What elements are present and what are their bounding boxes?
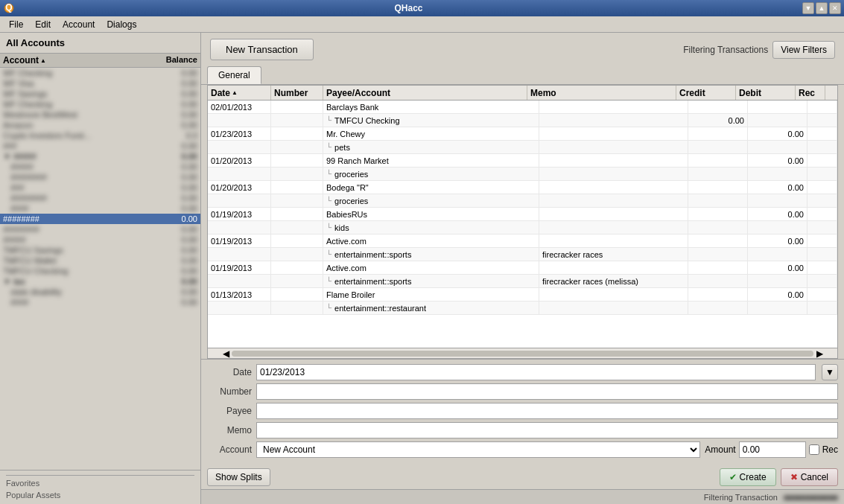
close-button[interactable]: ✕ bbox=[829, 2, 841, 14]
date-sort-icon[interactable]: ▲ bbox=[232, 89, 238, 96]
number-input[interactable] bbox=[256, 383, 838, 400]
create-button[interactable]: ✔ Create bbox=[720, 468, 776, 486]
account-balance: 0.00 bbox=[145, 194, 197, 202]
scrollbar-track[interactable] bbox=[232, 351, 813, 357]
account-row[interactable]: #### 0.00 bbox=[0, 203, 200, 214]
split-td-memo: firecracker races (melissa) bbox=[539, 275, 688, 287]
split-row[interactable]: └entertainment::sports firecracker races bbox=[208, 248, 837, 261]
cancel-button[interactable]: ✖ Cancel bbox=[781, 468, 838, 486]
accounts-scroll[interactable]: WF Checking 0.00 WF Visa 0.00 WF Savings… bbox=[0, 68, 200, 467]
split-td-date bbox=[208, 248, 271, 261]
split-row[interactable]: └groceries bbox=[208, 194, 837, 208]
account-row[interactable]: ▼ ##### 0.00 bbox=[0, 151, 200, 162]
account-balance: 0.00 bbox=[145, 162, 197, 171]
account-row[interactable]: ### 0.00 bbox=[0, 141, 200, 151]
date-input[interactable] bbox=[256, 364, 816, 380]
account-row[interactable]: WF Checking 0.00 bbox=[0, 68, 200, 78]
memo-input[interactable] bbox=[256, 422, 838, 438]
menu-file[interactable]: File bbox=[3, 18, 29, 31]
status-bar: Filtering Transaction ■■■■■■■■■■■ bbox=[201, 489, 844, 504]
td-date: 01/13/2013 bbox=[208, 288, 271, 301]
table-row[interactable]: 01/19/2013 Active.com 0.00 bbox=[208, 261, 837, 275]
menu-account[interactable]: Account bbox=[57, 18, 101, 31]
split-td-date bbox=[208, 275, 271, 287]
scroll-right-btn[interactable]: ▶ bbox=[813, 348, 825, 359]
table-row[interactable]: 02/01/2013 Barclays Bank bbox=[208, 101, 837, 114]
table-row[interactable]: 01/23/2013 Mr. Chewy 0.00 bbox=[208, 127, 837, 141]
rec-checkbox[interactable] bbox=[809, 444, 819, 455]
split-td-credit bbox=[688, 302, 748, 314]
account-row[interactable]: WF Checking 0.00 bbox=[0, 99, 200, 109]
accounts-table: Account ▲ Balance WF Checking 0.00 WF Vi… bbox=[0, 53, 200, 470]
account-balance: 0.00 bbox=[145, 214, 197, 223]
account-row[interactable]: ##### 0.00 bbox=[0, 235, 200, 245]
payee-input[interactable] bbox=[256, 403, 838, 419]
td-debit: 0.00 bbox=[748, 288, 807, 301]
account-row[interactable]: ▼ tax 0.00 bbox=[0, 276, 200, 287]
account-balance: 0.00 bbox=[145, 298, 197, 307]
account-row[interactable]: TMFCU Savings 0.00 bbox=[0, 245, 200, 255]
account-row[interactable]: ##### 0.00 bbox=[0, 162, 200, 172]
menu-edit[interactable]: Edit bbox=[29, 18, 57, 31]
split-td-credit bbox=[688, 168, 748, 180]
account-balance: 0.00 bbox=[145, 235, 197, 244]
split-td-date bbox=[208, 221, 271, 234]
account-row[interactable]: Westmore BestWest 0.00 bbox=[0, 109, 200, 120]
th-scroll bbox=[825, 86, 837, 100]
table-row[interactable]: 01/19/2013 BabiesRUs 0.00 bbox=[208, 208, 837, 221]
split-td-payee: └groceries bbox=[323, 168, 539, 180]
table-row[interactable]: 01/13/2013 Flame Broiler 0.00 bbox=[208, 288, 837, 302]
account-row[interactable]: ######## 0.00 bbox=[0, 214, 200, 224]
account-row[interactable]: TMFCU Wallet 0.00 bbox=[0, 255, 200, 266]
filtering-area: Filtering Transactions View Filters bbox=[683, 41, 835, 59]
new-transaction-button[interactable]: New Transaction bbox=[210, 39, 314, 60]
td-payee: Active.com bbox=[323, 261, 539, 274]
split-row[interactable]: └entertainment::restaurant bbox=[208, 302, 837, 315]
account-balance: 0.00 bbox=[145, 152, 197, 161]
table-body[interactable]: 02/01/2013 Barclays Bank └TMFCU Checking… bbox=[208, 101, 837, 348]
account-row[interactable]: state disability 0.00 bbox=[0, 287, 200, 297]
minimize-button[interactable]: ▼ bbox=[802, 2, 814, 14]
popular-assets-label[interactable]: Popular Assets bbox=[6, 489, 194, 501]
account-row[interactable]: WF Visa 0.00 bbox=[0, 78, 200, 89]
account-row[interactable]: TMFCU Checking 0.00 bbox=[0, 266, 200, 276]
view-filters-button[interactable]: View Filters bbox=[772, 41, 835, 59]
account-name: ▼ ##### bbox=[3, 152, 145, 161]
account-row[interactable]: ######## 0.00 bbox=[0, 224, 200, 235]
split-row[interactable]: └pets bbox=[208, 141, 837, 154]
scroll-left-btn[interactable]: ◀ bbox=[220, 348, 232, 359]
window-controls[interactable]: ▼ ▲ ✕ bbox=[802, 2, 841, 14]
split-row[interactable]: └kids bbox=[208, 221, 837, 235]
table-row[interactable]: 01/20/2013 Bodega "R" 0.00 bbox=[208, 181, 837, 194]
account-row[interactable]: #### 0.00 bbox=[0, 297, 200, 307]
th-credit: Credit bbox=[676, 86, 736, 100]
favorites-label[interactable]: Favorites bbox=[6, 477, 194, 489]
account-row[interactable]: Amazon 0.00 bbox=[0, 120, 200, 130]
show-splits-button[interactable]: Show Splits bbox=[207, 468, 270, 486]
menu-dialogs[interactable]: Dialogs bbox=[101, 18, 142, 31]
table-row[interactable]: 01/20/2013 99 Ranch Market 0.00 bbox=[208, 154, 837, 168]
th-rec: Rec bbox=[796, 86, 825, 100]
payee-label: Payee bbox=[207, 406, 252, 416]
date-dropdown-button[interactable]: ▼ bbox=[822, 364, 838, 380]
td-credit bbox=[688, 101, 748, 113]
split-row[interactable]: └groceries bbox=[208, 168, 837, 181]
td-memo bbox=[539, 101, 688, 113]
table-row[interactable]: 01/19/2013 Active.com 0.00 bbox=[208, 235, 837, 248]
split-td-date bbox=[208, 114, 271, 127]
account-row[interactable]: Crypto Investors Fund... 0.0 bbox=[0, 130, 200, 141]
tab-general[interactable]: General bbox=[207, 66, 261, 84]
amount-input[interactable] bbox=[739, 441, 806, 458]
td-date: 01/19/2013 bbox=[208, 235, 271, 247]
split-row[interactable]: └TMFCU Checking 0.00 bbox=[208, 114, 837, 127]
account-row[interactable]: ### 0.00 bbox=[0, 182, 200, 193]
maximize-button[interactable]: ▲ bbox=[816, 2, 828, 14]
split-row[interactable]: └entertainment::sports firecracker races… bbox=[208, 275, 837, 288]
account-name: ######## bbox=[3, 194, 145, 202]
account-select[interactable]: New Account bbox=[256, 441, 700, 458]
top-toolbar: New Transaction Filtering Transactions V… bbox=[201, 33, 844, 66]
account-row[interactable]: WF Savings 0.00 bbox=[0, 89, 200, 99]
account-row[interactable]: ######## 0.00 bbox=[0, 172, 200, 182]
account-row[interactable]: ######## 0.00 bbox=[0, 193, 200, 203]
horizontal-scrollbar[interactable]: ◀ ▶ bbox=[208, 348, 837, 358]
